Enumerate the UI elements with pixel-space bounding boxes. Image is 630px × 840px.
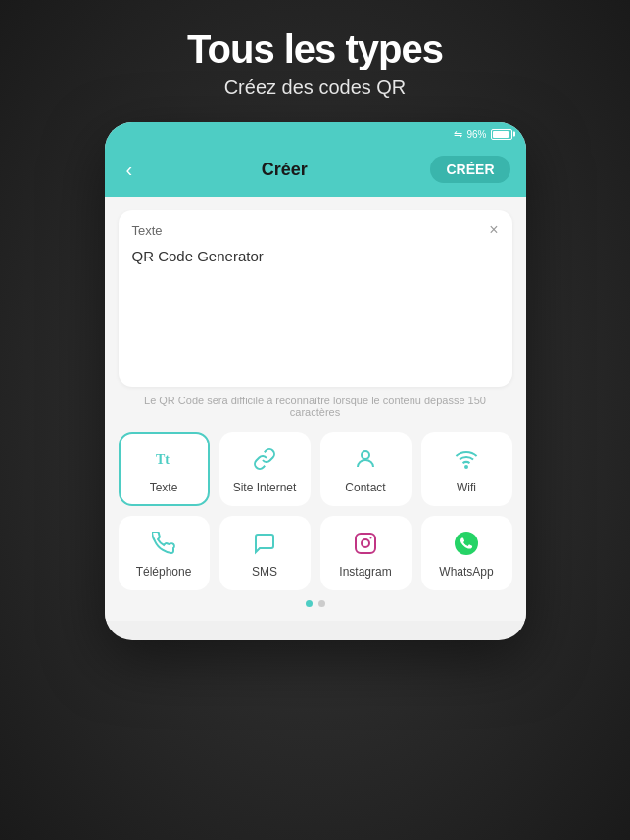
person-icon [354,447,377,475]
page-dot-0 [306,600,313,607]
status-icons: ⇋ 96% [454,128,511,141]
text-icon: Tt [152,447,175,475]
type-label-site-internet: Site Internet [233,481,297,494]
svg-point-5 [370,537,372,539]
nav-title: Créer [262,160,308,180]
type-item-instagram[interactable]: Instagram [320,516,412,590]
type-grid-row1: Tt Texte Site Internet Contact Wifi [119,432,512,506]
page-dot-1 [318,600,325,607]
type-grid-row2: Téléphone SMS Instagram WhatsApp [119,516,512,590]
type-label-sms: SMS [252,565,277,579]
input-label-row: Texte × [132,222,499,238]
type-label-contact: Contact [345,481,385,494]
svg-point-1 [362,451,369,459]
type-label-whatsapp: WhatsApp [439,565,493,579]
back-button[interactable]: ‹ [121,157,139,183]
phone-icon [152,532,175,559]
type-label-telephone: Téléphone [136,565,192,579]
page-subtitle: Créez des codes QR [187,76,443,99]
svg-point-4 [362,539,369,547]
battery-percent: 96% [466,129,486,140]
battery-fill [493,131,509,138]
phone-card: ⇋ 96% ‹ Créer CRÉER Texte × QR Code Gene… [105,122,526,640]
sms-icon [253,532,276,559]
link-icon [253,447,276,475]
svg-point-6 [455,532,478,555]
svg-rect-3 [356,534,375,553]
type-item-telephone[interactable]: Téléphone [119,516,210,590]
page-header: Tous les types Créez des codes QR [187,0,443,99]
svg-point-2 [465,466,467,468]
wifi-status-icon: ⇋ [454,128,462,141]
create-button[interactable]: CRÉER [430,156,509,183]
svg-text:Tt: Tt [156,452,170,467]
whatsapp-icon [455,532,478,559]
type-item-sms[interactable]: SMS [219,516,311,590]
battery-icon [491,129,512,140]
nav-bar: ‹ Créer CRÉER [105,146,526,197]
text-input[interactable]: QR Code Generator [132,248,499,348]
wifi-icon [455,447,478,475]
page-title: Tous les types [187,27,443,70]
type-label-wifi: Wifi [457,481,476,494]
clear-button[interactable]: × [489,222,498,238]
helper-text: Le QR Code sera difficile à reconnaître … [119,395,512,418]
type-item-site-internet[interactable]: Site Internet [219,432,311,506]
type-label-instagram: Instagram [339,565,391,579]
type-item-wifi[interactable]: Wifi [421,432,512,506]
page-dots [119,600,512,607]
input-label: Texte [132,223,163,238]
instagram-icon [354,532,377,559]
card-body: Texte × QR Code Generator Le QR Code ser… [105,197,526,621]
type-item-whatsapp[interactable]: WhatsApp [421,516,512,590]
input-container: Texte × QR Code Generator [119,210,512,387]
type-label-texte: Texte [150,481,178,494]
type-item-contact[interactable]: Contact [320,432,412,506]
type-item-texte[interactable]: Tt Texte [119,432,210,506]
status-bar: ⇋ 96% [105,122,526,146]
